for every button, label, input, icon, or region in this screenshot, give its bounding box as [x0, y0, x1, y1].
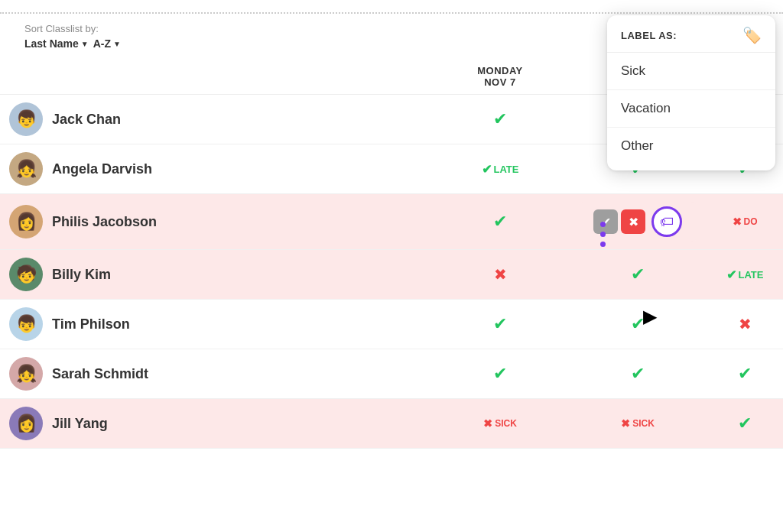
cross-icon: ✖	[739, 316, 752, 332]
do-badge: ✖ DO	[716, 216, 774, 228]
dotted-border	[0, 12, 783, 14]
extra-cell[interactable]: ✔	[707, 399, 783, 449]
check-icon: ✔	[493, 314, 507, 333]
dot2	[600, 232, 606, 237]
table-row: 🧒 Billy Kim ✖ ✔ ✔ LATE	[0, 250, 783, 300]
tuesday-cell[interactable]: ✖ SICK	[569, 399, 707, 449]
name-cell: 👧 Sarah Schmidt	[0, 349, 431, 399]
sort-field-dropdown[interactable]: Last Name ▼	[24, 37, 89, 50]
name-cell: 👦 Tim Philson	[0, 300, 431, 349]
label-dropdown-menu: LABEL AS: 🏷️ Sick Vacation Other	[607, 15, 775, 170]
extra-cell[interactable]: ✔ LATE	[707, 250, 783, 300]
sick-badge: ✖ SICK	[440, 417, 560, 430]
tuesday-cell[interactable]: ✔	[569, 250, 707, 300]
col-header-name	[0, 59, 431, 95]
col-header-monday: MONDAY NOV 7	[431, 59, 569, 95]
check-icon: ✔	[738, 364, 752, 383]
table-row: 👦 Tim Philson ✔ ✔ ✖	[0, 300, 783, 349]
monday-cell[interactable]: ✖	[431, 250, 569, 300]
avatar: 👧	[9, 152, 43, 186]
student-name: Sarah Schmidt	[52, 366, 148, 382]
extra-cell[interactable]: ✖ DO	[707, 194, 783, 250]
monday-cell[interactable]: ✔	[431, 194, 569, 250]
name-cell: 🧒 Billy Kim	[0, 250, 431, 300]
table-row: 👩 Philis Jacobson ✔ ✔ ✖ 🏷 ✖ DO	[0, 194, 783, 250]
avatar: 👧	[9, 357, 43, 391]
name-cell: 👦 Jack Chan	[0, 95, 431, 144]
dropdown-header-label: LABEL AS:	[621, 30, 677, 41]
check-icon: ✔	[631, 364, 645, 383]
sick-badge: ✖ SICK	[578, 417, 697, 430]
name-cell: 👩 Philis Jacobson	[0, 194, 431, 250]
action-cross-btn[interactable]: ✖	[621, 209, 645, 234]
check-icon: ✔	[738, 414, 752, 433]
cross-icon: ✖	[494, 266, 507, 283]
student-name: Tim Philson	[52, 316, 130, 332]
monday-cell[interactable]: ✔	[431, 349, 569, 399]
student-name: Angela Darvish	[52, 161, 152, 177]
check-icon: ✔	[493, 212, 507, 231]
student-name: Philis Jacobson	[52, 214, 157, 230]
avatar: 🧒	[9, 258, 43, 291]
monday-cell[interactable]: ✔ LATE	[431, 144, 569, 194]
late-badge: ✔ LATE	[440, 162, 560, 177]
action-buttons: ✔ ✖ 🏷	[578, 202, 697, 242]
action-tag-btn[interactable]: 🏷	[651, 206, 682, 237]
avatar: 👦	[9, 307, 43, 341]
sort-field-arrow: ▼	[81, 40, 89, 48]
check-icon: ✔	[631, 314, 645, 333]
extra-cell[interactable]: ✔	[707, 349, 783, 399]
dropdown-item-vacation[interactable]: Vacation	[607, 90, 775, 128]
dropdown-header: LABEL AS: 🏷️	[607, 15, 775, 53]
avatar: 👦	[9, 102, 43, 136]
monday-cell[interactable]: ✔	[431, 300, 569, 349]
dropdown-item-other[interactable]: Other	[607, 128, 775, 164]
student-name: Billy Kim	[52, 267, 111, 283]
tuesday-cell[interactable]: ✔	[569, 300, 707, 349]
tag-icon: 🏷️	[742, 26, 762, 44]
sort-order-dropdown[interactable]: A-Z ▼	[93, 37, 121, 50]
monday-cell[interactable]: ✖ SICK	[431, 399, 569, 449]
check-icon: ✔	[631, 264, 645, 284]
avatar: 👩	[9, 205, 43, 238]
sort-label: Sort Classlist by:	[24, 23, 99, 34]
sort-order-arrow: ▼	[113, 40, 121, 48]
avatar: 👩	[9, 407, 43, 440]
dropdown-item-sick[interactable]: Sick	[607, 53, 775, 90]
dot1	[600, 222, 606, 227]
dotted-connector	[600, 222, 606, 247]
late-badge: ✔ LATE	[716, 268, 774, 282]
tuesday-cell[interactable]: ✔	[569, 349, 707, 399]
tuesday-cell[interactable]: ✔ ✖ 🏷	[569, 194, 707, 250]
student-name: Jack Chan	[52, 112, 121, 128]
action-check-btn[interactable]: ✔	[593, 209, 618, 234]
main-container: Sort Classlist by: Last Name ▼ A-Z ▼ MON…	[0, 0, 783, 532]
table-row: 👧 Sarah Schmidt ✔ ✔ ✔	[0, 349, 783, 399]
monday-cell[interactable]: ✔	[431, 95, 569, 144]
name-cell: 👩 Jill Yang	[0, 399, 431, 449]
name-cell: 👧 Angela Darvish	[0, 144, 431, 194]
dot3	[600, 242, 606, 247]
check-icon: ✔	[493, 364, 507, 383]
check-icon: ✔	[493, 109, 507, 128]
student-name: Jill Yang	[52, 416, 108, 432]
table-row: 👩 Jill Yang ✖ SICK ✖ SICK ✔	[0, 399, 783, 449]
extra-cell[interactable]: ✖	[707, 300, 783, 349]
